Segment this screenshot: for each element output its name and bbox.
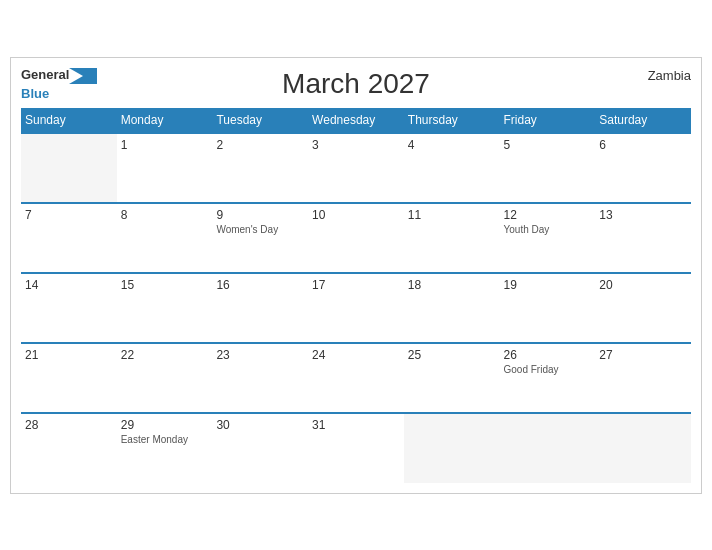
country-label: Zambia (648, 68, 691, 83)
calendar-cell: 28 (21, 413, 117, 483)
event-label: Women's Day (216, 224, 304, 235)
day-number: 8 (121, 208, 209, 222)
event-label: Good Friday (504, 364, 592, 375)
calendar-cell: 17 (308, 273, 404, 343)
logo: General Blue (21, 68, 97, 102)
weekday-header-thursday: Thursday (404, 108, 500, 133)
calendar-cell: 23 (212, 343, 308, 413)
day-number: 6 (599, 138, 687, 152)
calendar-cell: 10 (308, 203, 404, 273)
day-number: 1 (121, 138, 209, 152)
logo-flag-icon (69, 68, 97, 84)
calendar-cell: 31 (308, 413, 404, 483)
calendar-cell: 19 (500, 273, 596, 343)
day-number: 16 (216, 278, 304, 292)
calendar-cell: 22 (117, 343, 213, 413)
calendar-cell: 20 (595, 273, 691, 343)
calendar-title: March 2027 (282, 68, 430, 100)
calendar-cell: 26Good Friday (500, 343, 596, 413)
day-number: 4 (408, 138, 496, 152)
day-number: 24 (312, 348, 400, 362)
calendar-container: General Blue March 2027 Zambia SundayMon… (10, 57, 702, 494)
calendar-cell: 4 (404, 133, 500, 203)
day-number: 12 (504, 208, 592, 222)
calendar-cell: 29Easter Monday (117, 413, 213, 483)
weekday-header-saturday: Saturday (595, 108, 691, 133)
day-number: 25 (408, 348, 496, 362)
calendar-cell: 27 (595, 343, 691, 413)
calendar-cell: 2 (212, 133, 308, 203)
calendar-cell (500, 413, 596, 483)
calendar-cell: 6 (595, 133, 691, 203)
event-label: Easter Monday (121, 434, 209, 445)
day-number: 17 (312, 278, 400, 292)
day-number: 5 (504, 138, 592, 152)
calendar-cell (595, 413, 691, 483)
calendar-cell (21, 133, 117, 203)
day-number: 2 (216, 138, 304, 152)
day-number: 15 (121, 278, 209, 292)
day-number: 9 (216, 208, 304, 222)
day-number: 19 (504, 278, 592, 292)
calendar-cell: 14 (21, 273, 117, 343)
day-number: 3 (312, 138, 400, 152)
day-number: 10 (312, 208, 400, 222)
weekday-header-sunday: Sunday (21, 108, 117, 133)
event-label: Youth Day (504, 224, 592, 235)
calendar-cell: 1 (117, 133, 213, 203)
calendar-week-row: 789Women's Day101112Youth Day13 (21, 203, 691, 273)
day-number: 28 (25, 418, 113, 432)
day-number: 14 (25, 278, 113, 292)
day-number: 31 (312, 418, 400, 432)
weekday-header-monday: Monday (117, 108, 213, 133)
day-number: 18 (408, 278, 496, 292)
day-number: 23 (216, 348, 304, 362)
calendar-week-row: 2829Easter Monday3031 (21, 413, 691, 483)
calendar-cell: 8 (117, 203, 213, 273)
calendar-cell: 25 (404, 343, 500, 413)
calendar-cell: 30 (212, 413, 308, 483)
day-number: 26 (504, 348, 592, 362)
day-number: 29 (121, 418, 209, 432)
weekday-header-friday: Friday (500, 108, 596, 133)
day-number: 30 (216, 418, 304, 432)
logo-blue-text: Blue (21, 86, 49, 101)
day-number: 20 (599, 278, 687, 292)
calendar-cell: 16 (212, 273, 308, 343)
calendar-cell: 24 (308, 343, 404, 413)
day-number: 27 (599, 348, 687, 362)
calendar-cell: 13 (595, 203, 691, 273)
weekday-header-tuesday: Tuesday (212, 108, 308, 133)
day-number: 11 (408, 208, 496, 222)
weekday-header-wednesday: Wednesday (308, 108, 404, 133)
day-number: 22 (121, 348, 209, 362)
logo-general-text: General (21, 68, 69, 82)
calendar-cell: 9Women's Day (212, 203, 308, 273)
calendar-cell: 7 (21, 203, 117, 273)
calendar-cell: 12Youth Day (500, 203, 596, 273)
calendar-cell: 5 (500, 133, 596, 203)
day-number: 13 (599, 208, 687, 222)
calendar-table: SundayMondayTuesdayWednesdayThursdayFrid… (21, 108, 691, 483)
day-number: 21 (25, 348, 113, 362)
calendar-week-row: 14151617181920 (21, 273, 691, 343)
calendar-week-row: 123456 (21, 133, 691, 203)
calendar-cell: 21 (21, 343, 117, 413)
calendar-cell: 18 (404, 273, 500, 343)
weekday-header-row: SundayMondayTuesdayWednesdayThursdayFrid… (21, 108, 691, 133)
calendar-cell: 15 (117, 273, 213, 343)
calendar-header: General Blue March 2027 Zambia (21, 68, 691, 100)
calendar-cell: 3 (308, 133, 404, 203)
day-number: 7 (25, 208, 113, 222)
calendar-cell (404, 413, 500, 483)
calendar-week-row: 212223242526Good Friday27 (21, 343, 691, 413)
calendar-cell: 11 (404, 203, 500, 273)
